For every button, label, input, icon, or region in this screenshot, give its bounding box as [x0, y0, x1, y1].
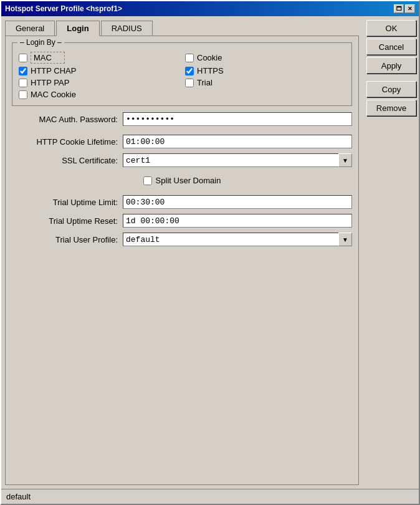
https-label: HTTPS — [197, 66, 224, 75]
ssl-cert-input[interactable] — [123, 153, 338, 167]
trial-user-profile-input[interactable] — [123, 233, 338, 246]
https-row: HTTPS — [185, 66, 345, 75]
http-pap-row: HTTP PAP — [19, 78, 179, 87]
http-cookie-label: HTTP Cookie Lifetime: — [12, 137, 118, 147]
split-domain-checkbox[interactable] — [143, 176, 152, 185]
tab-login[interactable]: Login — [56, 21, 99, 36]
main-window: Hotspot Server Profile <hsprof1> 🗖 ✕ Gen… — [0, 0, 420, 505]
window-title: Hotspot Server Profile <hsprof1> — [5, 4, 122, 13]
tab-general[interactable]: General — [5, 21, 55, 36]
mac-auth-input[interactable] — [123, 112, 352, 126]
trial-label: Trial — [197, 78, 212, 87]
cookie-checkbox[interactable] — [185, 54, 194, 62]
copy-button[interactable]: Copy — [366, 81, 416, 97]
http-pap-label: HTTP PAP — [31, 78, 69, 87]
login-by-legend: – Login By – — [17, 38, 64, 47]
minimize-button[interactable]: 🗖 — [394, 4, 404, 13]
sidebar: OK Cancel Apply Copy Remove — [363, 16, 419, 489]
split-domain-label: Split User Domain — [156, 176, 221, 185]
mac-auth-label: MAC Auth. Password: — [12, 115, 118, 124]
ssl-cert-dropdown-wrapper: ▼ — [123, 153, 352, 167]
trial-user-profile-dropdown-btn[interactable]: ▼ — [338, 233, 352, 246]
ssl-cert-row: SSL Certificate: ▼ — [12, 153, 352, 167]
trial-row: Trial — [185, 78, 345, 87]
http-cookie-row: HTTP Cookie Lifetime: — [12, 135, 352, 148]
login-by-group: – Login By – MAC Cookie — [12, 42, 352, 106]
tab-radius[interactable]: RADIUS — [101, 21, 153, 36]
http-cookie-input[interactable] — [123, 135, 352, 148]
http-pap-checkbox[interactable] — [19, 79, 27, 87]
remove-button[interactable]: Remove — [366, 100, 416, 116]
trial-user-profile-row: Trial User Profile: ▼ — [12, 233, 352, 246]
trial-uptime-reset-row: Trial Uptime Reset: — [12, 214, 352, 228]
apply-button[interactable]: Apply — [366, 57, 416, 74]
status-bar: default — [1, 489, 419, 504]
http-chap-label: HTTP CHAP — [31, 66, 76, 75]
title-bar: Hotspot Server Profile <hsprof1> 🗖 ✕ — [1, 1, 419, 16]
mac-row: MAC — [19, 52, 179, 64]
trial-uptime-limit-input[interactable] — [123, 195, 352, 209]
tabs: General Login RADIUS — [5, 20, 359, 36]
trial-uptime-limit-row: Trial Uptime Limit: — [12, 195, 352, 209]
close-button[interactable]: ✕ — [405, 4, 415, 13]
cancel-button[interactable]: Cancel — [366, 39, 416, 55]
trial-checkbox[interactable] — [185, 79, 194, 87]
split-domain-row: Split User Domain — [12, 176, 352, 185]
ssl-cert-dropdown-btn[interactable]: ▼ — [338, 153, 352, 167]
window-body: General Login RADIUS – Login By – MAC — [1, 16, 419, 489]
tab-content: – Login By – MAC Cookie — [5, 36, 359, 485]
status-text: default — [6, 492, 31, 501]
trial-user-profile-dropdown-wrapper: ▼ — [123, 233, 352, 246]
http-chap-checkbox[interactable] — [19, 67, 27, 75]
cookie-label: Cookie — [197, 53, 222, 62]
title-bar-buttons: 🗖 ✕ — [394, 4, 415, 13]
mac-cookie-label: MAC Cookie — [31, 90, 76, 99]
mac-cookie-row: MAC Cookie — [19, 90, 179, 99]
https-checkbox[interactable] — [185, 67, 194, 75]
mac-cookie-checkbox[interactable] — [19, 90, 27, 99]
main-content: General Login RADIUS – Login By – MAC — [1, 16, 363, 489]
cookie-row: Cookie — [185, 52, 345, 64]
ssl-cert-label: SSL Certificate: — [12, 156, 118, 165]
mac-auth-row: MAC Auth. Password: — [12, 112, 352, 126]
trial-user-profile-label: Trial User Profile: — [12, 235, 118, 244]
trial-uptime-reset-input[interactable] — [123, 214, 352, 228]
trial-uptime-limit-label: Trial Uptime Limit: — [12, 198, 118, 207]
checkbox-grid: MAC Cookie HTTP CHAP H — [19, 52, 345, 99]
trial-uptime-reset-label: Trial Uptime Reset: — [12, 216, 118, 226]
mac-checkbox[interactable] — [19, 54, 27, 62]
http-chap-row: HTTP CHAP — [19, 66, 179, 75]
ok-button[interactable]: OK — [366, 20, 416, 36]
mac-label: MAC — [31, 52, 65, 64]
